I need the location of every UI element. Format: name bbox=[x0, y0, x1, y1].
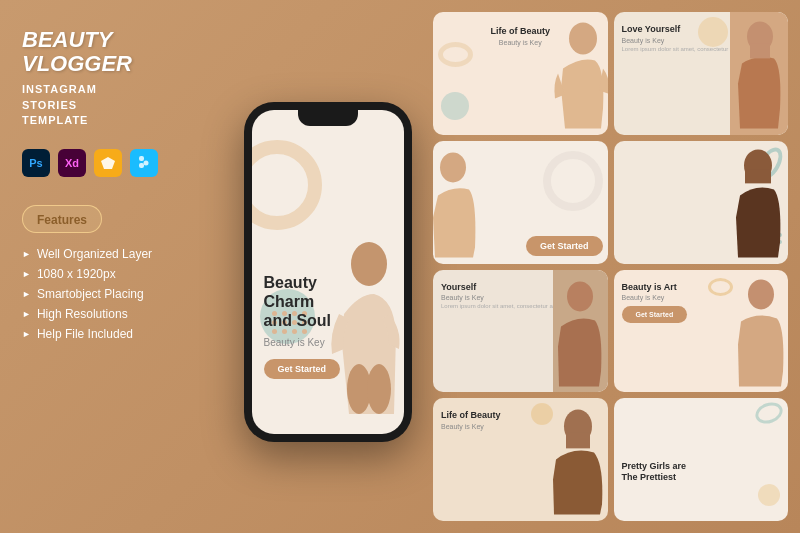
story-cards-grid: Life of Beauty Beauty is Key Lo bbox=[425, 0, 800, 533]
person-side bbox=[433, 141, 483, 264]
main-container: BEAUTY VLOGGER INSTAGRAM STORIES TEMPLAT… bbox=[0, 0, 800, 533]
features-list: ► Well Organized Layer ► 1080 x 1920px ►… bbox=[22, 247, 208, 341]
arrow-icon: ► bbox=[22, 269, 31, 279]
arrow-icon: ► bbox=[22, 249, 31, 259]
feature-text: 1080 x 1920px bbox=[37, 267, 116, 281]
svg-rect-1 bbox=[139, 156, 144, 161]
list-item: ► 1080 x 1920px bbox=[22, 267, 208, 281]
story-card-4 bbox=[614, 141, 789, 264]
sketch-icon bbox=[94, 149, 122, 177]
svg-rect-2 bbox=[139, 163, 144, 168]
person-area-6 bbox=[733, 270, 788, 393]
get-started-btn[interactable]: Get Started bbox=[526, 235, 603, 256]
mirror-circle bbox=[543, 151, 603, 211]
card3-btn[interactable]: Get Started bbox=[526, 236, 603, 256]
story-card-2: Love Yourself Beauty is Key Lorem ipsum … bbox=[614, 12, 789, 135]
svg-rect-16 bbox=[566, 433, 590, 449]
list-item: ► Well Organized Layer bbox=[22, 247, 208, 261]
story-card-1: Life of Beauty Beauty is Key bbox=[433, 12, 608, 135]
arrow-icon: ► bbox=[22, 329, 31, 339]
svg-marker-0 bbox=[101, 157, 115, 169]
svg-point-6 bbox=[367, 364, 391, 414]
deco-circle-8 bbox=[758, 484, 780, 506]
svg-point-13 bbox=[567, 281, 593, 311]
svg-rect-9 bbox=[750, 43, 770, 58]
phone-bg-oval bbox=[252, 140, 322, 230]
deco-oval bbox=[438, 42, 473, 67]
phone-get-started-button[interactable]: Get Started bbox=[264, 359, 341, 379]
person-area-7 bbox=[548, 398, 608, 521]
feature-text: High Resolutions bbox=[37, 307, 128, 321]
brand-subtitle: INSTAGRAM STORIES TEMPLATE bbox=[22, 82, 208, 128]
feature-text: Smartobject Placing bbox=[37, 287, 144, 301]
svg-point-4 bbox=[351, 242, 387, 286]
figma-icon bbox=[130, 149, 158, 177]
story-card-6: Beauty is Art Beauty is Key Get Started bbox=[614, 270, 789, 393]
story-card-7: Life of Beauty Beauty is Key bbox=[433, 398, 608, 521]
person-area-5 bbox=[553, 270, 608, 393]
center-phone: Beauty Charmand Soul Beauty is Key Get S… bbox=[230, 10, 425, 533]
features-badge: Features bbox=[22, 205, 102, 233]
phone-notch bbox=[298, 110, 358, 126]
phone-main-title: Beauty Charmand Soul bbox=[264, 273, 344, 331]
list-item: ► Smartobject Placing bbox=[22, 287, 208, 301]
story-card-3: Get Started bbox=[433, 141, 608, 264]
phone-subtitle-text: Beauty is Key bbox=[264, 337, 344, 348]
story-card-8: Pretty Girls areThe Prettiest bbox=[614, 398, 789, 521]
person-area bbox=[553, 12, 608, 135]
xd-icon: Xd bbox=[58, 149, 86, 177]
phone-mockup: Beauty Charmand Soul Beauty is Key Get S… bbox=[244, 102, 412, 442]
list-item: ► Help File Included bbox=[22, 327, 208, 341]
arrow-icon: ► bbox=[22, 289, 31, 299]
phone-screen: Beauty Charmand Soul Beauty is Key Get S… bbox=[252, 110, 404, 434]
svg-rect-12 bbox=[745, 169, 771, 183]
svg-point-14 bbox=[748, 279, 774, 309]
deco-circle bbox=[441, 92, 469, 120]
phone-content: Beauty Charmand Soul Beauty is Key Get S… bbox=[264, 273, 344, 379]
story-title: Pretty Girls areThe Prettiest bbox=[622, 461, 781, 483]
deco-circle-yellow bbox=[698, 17, 728, 47]
svg-point-3 bbox=[144, 160, 149, 165]
deco-oval-6 bbox=[708, 278, 733, 296]
svg-point-7 bbox=[569, 22, 597, 54]
left-panel: BEAUTY VLOGGER INSTAGRAM STORIES TEMPLAT… bbox=[0, 0, 230, 533]
photoshop-icon: Ps bbox=[22, 149, 50, 177]
brand-title: BEAUTY VLOGGER bbox=[22, 28, 208, 76]
person-area-4 bbox=[730, 141, 788, 264]
feature-text: Well Organized Layer bbox=[37, 247, 152, 261]
person-area-2 bbox=[730, 12, 788, 135]
svg-point-10 bbox=[440, 152, 466, 182]
tool-icons-group: Ps Xd bbox=[22, 149, 208, 177]
list-item: ► High Resolutions bbox=[22, 307, 208, 321]
story-card-5: Yourself Beauty is Key Lorem ipsum dolor… bbox=[433, 270, 608, 393]
features-label: Features bbox=[37, 213, 87, 227]
feature-text: Help File Included bbox=[37, 327, 133, 341]
arrow-icon: ► bbox=[22, 309, 31, 319]
card6-btn[interactable]: Get Started bbox=[622, 306, 688, 323]
